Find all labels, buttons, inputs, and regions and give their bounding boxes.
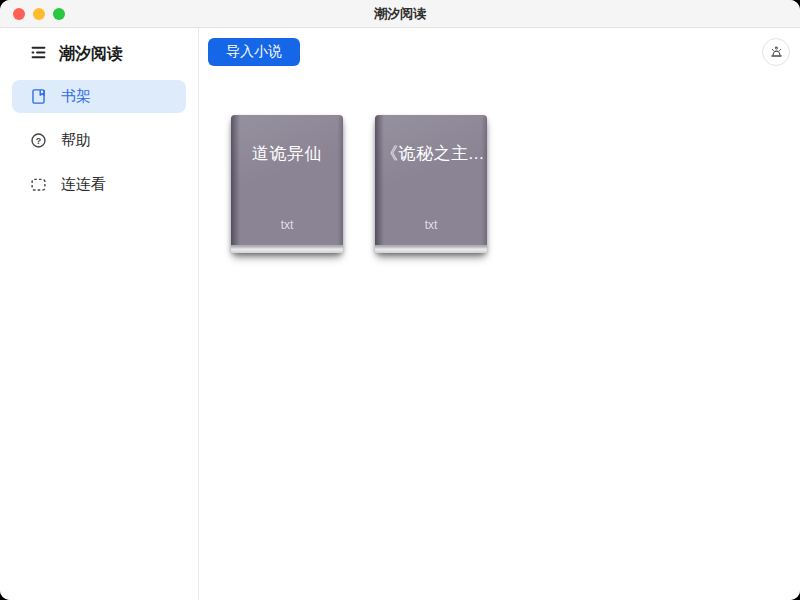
book-pages-edge <box>231 245 343 253</box>
bookshelf-grid: 道诡异仙 txt 《诡秘之主... txt <box>231 115 487 253</box>
sidebar-item-label: 书架 <box>61 87 91 106</box>
sidebar-app-header: 潮汐阅读 <box>0 40 198 68</box>
book-icon <box>30 88 47 105</box>
main-content: 导入小说 道诡异仙 txt <box>199 28 800 600</box>
alert-button[interactable] <box>762 38 790 66</box>
sidebar-item-bookshelf[interactable]: 书架 <box>12 80 186 113</box>
app-window: 潮汐阅读 潮汐阅读 <box>0 0 800 600</box>
zoom-button[interactable] <box>53 8 65 20</box>
help-circle-icon: ? <box>30 132 47 149</box>
sidebar: 潮汐阅读 书架 ? <box>0 28 199 600</box>
window-title: 潮汐阅读 <box>374 5 426 23</box>
svg-text:?: ? <box>36 136 42 146</box>
window-titlebar: 潮汐阅读 <box>0 0 800 28</box>
book-title: 道诡异仙 <box>231 115 343 165</box>
siren-icon <box>768 44 785 61</box>
close-button[interactable] <box>13 8 25 20</box>
book-title: 《诡秘之主... <box>375 115 487 165</box>
traffic-lights <box>13 8 65 20</box>
sidebar-nav: 书架 ? 帮助 <box>0 80 198 201</box>
import-novel-button[interactable]: 导入小说 <box>208 38 300 66</box>
book-pages-edge <box>375 245 487 253</box>
minimize-button[interactable] <box>33 8 45 20</box>
sidebar-item-lianliankan[interactable]: 连连看 <box>12 168 186 201</box>
sidebar-item-help[interactable]: ? 帮助 <box>12 124 186 157</box>
book-format-label: txt <box>231 218 343 232</box>
sidebar-item-label: 连连看 <box>61 175 106 194</box>
app-logo-icon <box>30 44 47 65</box>
sidebar-app-title: 潮汐阅读 <box>59 44 123 65</box>
book-format-label: txt <box>375 218 487 232</box>
book-cover: 道诡异仙 txt <box>231 115 343 245</box>
sidebar-item-label: 帮助 <box>61 131 91 150</box>
dashed-square-icon <box>30 176 47 193</box>
book-item[interactable]: 《诡秘之主... txt <box>375 115 487 253</box>
book-cover: 《诡秘之主... txt <box>375 115 487 245</box>
book-item[interactable]: 道诡异仙 txt <box>231 115 343 253</box>
